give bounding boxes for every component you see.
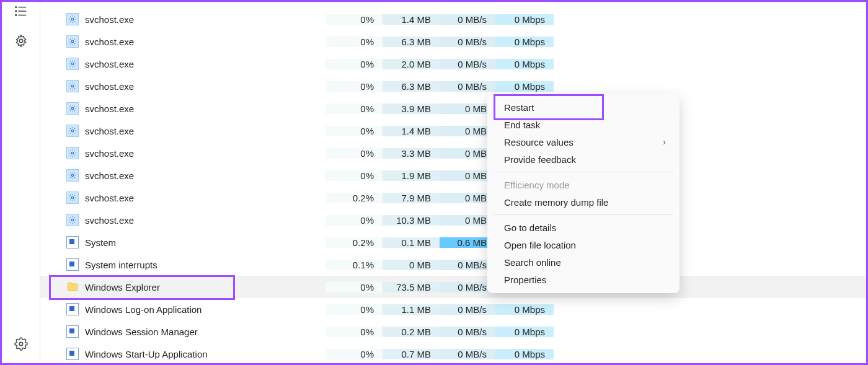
ctx-create-dump[interactable]: Create memory dump file	[487, 193, 680, 211]
system-icon	[66, 258, 79, 271]
process-name: Windows Start-Up Application	[85, 349, 208, 359]
mem-cell: 3.3 MB	[383, 148, 440, 159]
context-menu-separator	[494, 172, 673, 172]
process-row[interactable]: System interrupts0.1%0 MB0 MB/s0 Mbps	[40, 253, 866, 276]
process-row[interactable]: svchost.exe0%1.4 MB0 MB/s0 Mbps	[40, 8, 866, 30]
gear-icon	[66, 80, 79, 92]
mem-cell: 1.1 MB	[383, 304, 440, 315]
ctx-resource-values-label: Resource values	[504, 137, 574, 147]
cpu-cell: 0%	[326, 170, 383, 181]
process-name: svchost.exe	[85, 103, 134, 114]
cpu-cell: 0%	[326, 14, 383, 25]
ctx-provide-feedback[interactable]: Provide feedback	[487, 151, 680, 168]
process-row[interactable]: svchost.exe0%1.9 MB0 MB	[40, 164, 866, 187]
ctx-end-task[interactable]: End task	[487, 116, 680, 133]
mem-cell: 0.2 MB	[383, 327, 440, 337]
ctx-search-online[interactable]: Search online	[487, 253, 680, 271]
ctx-resource-values[interactable]: Resource values›	[487, 133, 680, 151]
cpu-cell: 0%	[326, 349, 383, 359]
process-name: svchost.exe	[85, 148, 134, 159]
net-cell: 0 Mbps	[495, 349, 554, 359]
cpu-cell: 0%	[326, 103, 383, 114]
folder-icon	[66, 281, 79, 293]
sidebar	[2, 2, 40, 363]
process-name: System	[85, 237, 116, 248]
process-name: svchost.exe	[85, 193, 134, 203]
process-row[interactable]: System0.2%0.1 MB0.6 MB	[40, 231, 866, 253]
svg-point-12	[71, 107, 74, 110]
cpu-cell: 0%	[326, 81, 383, 92]
cpu-cell: 0%	[326, 304, 383, 315]
process-row[interactable]: Windows Log-on Application0%1.1 MB0 MB/s…	[40, 298, 866, 320]
disk-cell: 0 MB/s	[440, 14, 495, 25]
net-cell: 0 Mbps	[495, 81, 554, 92]
ctx-go-to-details[interactable]: Go to details	[487, 219, 680, 236]
settings-icon[interactable]	[14, 337, 28, 351]
svg-point-7	[19, 342, 23, 346]
svg-point-5	[15, 15, 16, 16]
svg-point-9	[71, 40, 74, 43]
ctx-restart[interactable]: Restart	[487, 99, 680, 116]
svg-point-11	[71, 85, 74, 87]
process-name: svchost.exe	[85, 59, 134, 69]
startup-apps-icon[interactable]	[14, 34, 28, 48]
disk-cell: 0 MB/s	[440, 349, 495, 359]
list-view-icon[interactable]	[14, 4, 28, 18]
svg-point-14	[71, 152, 74, 154]
system-icon	[66, 236, 79, 248]
gear-icon	[66, 147, 79, 159]
mem-cell: 0.7 MB	[383, 349, 440, 359]
process-name: svchost.exe	[85, 170, 134, 181]
ctx-open-file-location-label: Open file location	[504, 240, 576, 250]
ctx-properties-label: Properties	[504, 275, 546, 285]
process-row[interactable]: svchost.exe0%3.3 MB0 MB	[40, 142, 866, 164]
process-row[interactable]: svchost.exe0%6.3 MB0 MB/s0 Mbps	[40, 75, 866, 97]
ctx-properties[interactable]: Properties	[487, 271, 680, 288]
gear-icon	[66, 191, 79, 204]
net-cell: 0 Mbps	[495, 327, 554, 337]
process-name: Windows Explorer	[85, 282, 160, 292]
process-row[interactable]: Windows Explorer0%73.5 MB0 MB/s0 Mbps	[40, 276, 866, 298]
ctx-search-online-label: Search online	[504, 257, 561, 268]
process-row[interactable]: svchost.exe0%10.3 MB0 MB	[40, 209, 866, 231]
mem-cell: 6.3 MB	[383, 81, 440, 92]
ctx-provide-feedback-label: Provide feedback	[504, 154, 576, 165]
cpu-cell: 0.1%	[326, 260, 383, 270]
mem-cell: 6.3 MB	[383, 37, 440, 47]
mem-cell: 3.9 MB	[383, 103, 440, 114]
process-row[interactable]: Windows Start-Up Application0%0.7 MB0 MB…	[40, 343, 866, 365]
process-row[interactable]: Windows Session Manager0%0.2 MB0 MB/s0 M…	[40, 320, 866, 343]
chevron-right-icon: ›	[663, 137, 666, 147]
process-row[interactable]: svchost.exe0%1.4 MB0 MB	[40, 120, 866, 142]
gear-icon	[66, 35, 79, 48]
context-menu: Restart End task Resource values› Provid…	[487, 94, 680, 293]
gear-icon	[66, 13, 79, 25]
svg-point-10	[71, 63, 74, 65]
mem-cell: 1.4 MB	[383, 126, 440, 136]
svg-point-13	[71, 130, 74, 132]
process-name: Windows Session Manager	[85, 327, 198, 337]
gear-icon	[66, 214, 79, 226]
disk-cell: 0 MB/s	[440, 59, 495, 69]
net-cell: 0 Mbps	[495, 59, 554, 69]
cpu-cell: 0%	[326, 148, 383, 159]
ctx-open-file-location[interactable]: Open file location	[487, 236, 680, 253]
process-row[interactable]: svchost.exe0%6.3 MB0 MB/s0 Mbps	[40, 30, 866, 53]
mem-cell: 73.5 MB	[383, 282, 440, 292]
svg-point-4	[15, 11, 16, 12]
process-name: svchost.exe	[85, 14, 134, 25]
process-row[interactable]: svchost.exe0.2%7.9 MB0 MB	[40, 187, 866, 209]
ctx-efficiency-mode: Efficiency mode	[487, 176, 680, 193]
process-row[interactable]: svchost.exe0%3.9 MB0 MB	[40, 97, 866, 120]
ctx-go-to-details-label: Go to details	[504, 222, 556, 233]
disk-cell: 0 MB/s	[440, 37, 495, 47]
mem-cell: 2.0 MB	[383, 59, 440, 69]
svg-point-16	[71, 196, 74, 199]
ctx-create-dump-label: Create memory dump file	[504, 197, 608, 208]
cpu-cell: 0%	[326, 37, 383, 47]
ctx-end-task-label: End task	[504, 120, 540, 130]
cpu-cell: 0%	[326, 282, 383, 292]
process-row[interactable]: svchost.exe0%2.0 MB0 MB/s0 Mbps	[40, 53, 866, 75]
svg-point-3	[15, 7, 16, 8]
svg-point-6	[19, 39, 23, 43]
